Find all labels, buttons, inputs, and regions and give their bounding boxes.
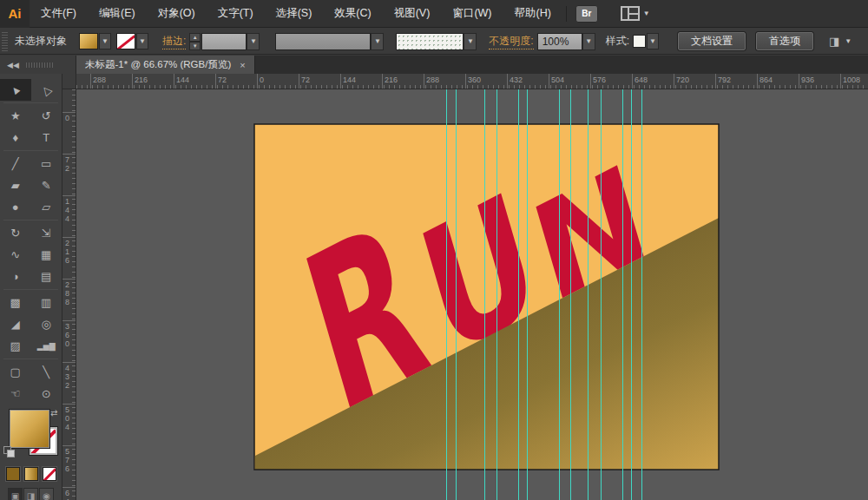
stroke-weight-arrow[interactable]: ▼: [247, 33, 260, 50]
vertical-guide[interactable]: [446, 89, 447, 500]
controlbar-grip[interactable]: [2, 32, 8, 51]
fill-dropdown-arrow[interactable]: ▼: [99, 33, 111, 49]
draw-mode-1[interactable]: ◨: [23, 488, 38, 500]
line-segment-tool[interactable]: ╱: [0, 153, 31, 174]
default-fill-stroke-icon[interactable]: [3, 446, 16, 458]
preferences-button[interactable]: 首选项: [756, 32, 813, 50]
vertical-guide[interactable]: [622, 89, 623, 500]
menu-item-8[interactable]: 帮助(H): [503, 0, 562, 28]
vertical-guide[interactable]: [456, 89, 457, 500]
width-tool[interactable]: ∿: [0, 244, 31, 266]
menu-item-2[interactable]: 对象(O): [147, 0, 207, 28]
opacity-value[interactable]: 100%: [537, 33, 582, 50]
stepper-down-icon[interactable]: ▼: [189, 42, 201, 50]
none-button[interactable]: [43, 467, 56, 481]
blend-tool[interactable]: ◎: [31, 313, 62, 335]
rotate-tool-icon: ↻: [10, 227, 20, 240]
vertical-guide[interactable]: [588, 89, 589, 500]
mesh-tool[interactable]: ▩: [0, 292, 31, 313]
menu-item-1[interactable]: 编辑(E): [88, 0, 147, 28]
vertical-guide[interactable]: [559, 89, 560, 500]
collapse-panel-icon[interactable]: ◀◀: [7, 61, 19, 69]
rotate-tool[interactable]: ↻: [0, 222, 31, 244]
color-button[interactable]: [6, 467, 20, 481]
fill-stroke-area: ⇄: [0, 408, 62, 464]
scale-tool[interactable]: ⇲: [31, 222, 62, 244]
lasso-tool[interactable]: ↺: [31, 105, 62, 127]
gradient-button[interactable]: [24, 467, 38, 481]
tools-panel-header[interactable]: ◀◀: [0, 56, 76, 74]
width-profile-arrow[interactable]: ▼: [464, 33, 477, 50]
eyedropper-tool[interactable]: ◢: [0, 313, 31, 335]
direct-selection-tool[interactable]: △: [31, 79, 62, 101]
stroke-dropdown-arrow[interactable]: ▼: [136, 33, 148, 49]
hruler-major-tick: [549, 74, 549, 89]
brush-definition-select[interactable]: [275, 33, 371, 50]
paintbrush-tool[interactable]: ▰: [0, 174, 31, 196]
draw-mode-0[interactable]: ▣: [8, 488, 23, 500]
stepper-up-icon[interactable]: ▲: [189, 33, 201, 42]
canvas-area[interactable]: R U N: [76, 89, 868, 500]
magic-wand-tool-icon: ★: [10, 109, 21, 122]
vruler-major-tick: [62, 362, 76, 363]
menu-item-6[interactable]: 视图(V): [383, 0, 442, 28]
swap-fill-stroke-icon[interactable]: ⇄: [50, 408, 57, 418]
fill-indicator[interactable]: [10, 410, 49, 448]
tab-close-icon[interactable]: ×: [240, 60, 245, 70]
vertical-ruler[interactable]: 07 21 4 42 1 62 8 83 6 04 3 25 0 45 7 66…: [62, 89, 76, 500]
opacity-arrow[interactable]: ▼: [582, 33, 595, 50]
gradient-tool[interactable]: ▥: [31, 292, 62, 313]
align-options-icon[interactable]: ◨: [829, 35, 839, 48]
hand-tool[interactable]: ☜: [0, 383, 31, 405]
rectangle-tool[interactable]: ▭: [31, 153, 62, 174]
eraser-tool[interactable]: ▱: [31, 196, 62, 218]
brush-definition-arrow[interactable]: ▼: [371, 33, 384, 50]
magic-wand-tool[interactable]: ★: [0, 105, 31, 127]
perspective-grid-tool[interactable]: ▤: [31, 266, 62, 287]
vertical-guide[interactable]: [570, 89, 571, 500]
vertical-guide[interactable]: [527, 89, 528, 500]
ruler-corner[interactable]: [62, 74, 76, 89]
zoom-tool[interactable]: ⊙: [31, 383, 62, 405]
slice-tool[interactable]: ╲: [31, 361, 62, 383]
draw-mode-2[interactable]: ◉: [39, 488, 54, 500]
menu-item-5[interactable]: 效果(C): [323, 0, 382, 28]
vertical-guide[interactable]: [641, 89, 642, 500]
stroke-color-swatch[interactable]: [116, 33, 135, 49]
vertical-guide[interactable]: [631, 89, 632, 500]
menu-item-0[interactable]: 文件(F): [30, 0, 88, 28]
stroke-weight-select[interactable]: [201, 33, 247, 50]
stroke-link[interactable]: 描边:: [162, 34, 186, 49]
blob-brush-tool[interactable]: ●: [0, 196, 31, 218]
fill-color-swatch[interactable]: [79, 33, 98, 49]
menu-item-3[interactable]: 文字(T): [207, 0, 265, 28]
style-dropdown-arrow[interactable]: ▼: [647, 33, 659, 49]
stroke-weight-stepper[interactable]: ▲ ▼: [189, 33, 201, 50]
selection-tool[interactable]: ▲: [0, 79, 31, 101]
document-setup-button[interactable]: 文档设置: [678, 32, 746, 50]
opacity-link[interactable]: 不透明度:: [489, 34, 533, 49]
pen-tool[interactable]: ♦: [0, 127, 31, 148]
vertical-guide[interactable]: [601, 89, 602, 500]
artboard-tool[interactable]: ▢: [0, 361, 31, 383]
symbol-sprayer-tool[interactable]: ▨: [0, 335, 31, 357]
type-tool[interactable]: T: [31, 127, 62, 148]
workspace-dropdown-arrow[interactable]: ▼: [643, 10, 650, 17]
shape-builder-tool[interactable]: ◑: [0, 266, 31, 287]
variable-width-profile[interactable]: [396, 33, 464, 50]
document-tab[interactable]: 未标题-1* @ 66.67% (RGB/预览) ×: [76, 56, 255, 74]
free-transform-tool[interactable]: ▦: [31, 244, 62, 266]
vertical-guide[interactable]: [496, 89, 497, 500]
workspace-switcher-icon[interactable]: [621, 6, 640, 21]
pencil-tool[interactable]: ✎: [31, 174, 62, 196]
align-options-arrow[interactable]: ▼: [845, 37, 852, 45]
vertical-guide[interactable]: [484, 89, 485, 500]
vertical-guide[interactable]: [518, 89, 519, 500]
style-swatch[interactable]: [633, 35, 646, 48]
menu-item-7[interactable]: 窗口(W): [441, 0, 503, 28]
menu-item-4[interactable]: 选择(S): [265, 0, 324, 28]
bridge-button[interactable]: Br: [575, 5, 598, 23]
hruler-major-tick: [465, 74, 466, 89]
column-graph-tool[interactable]: ▂▅▇: [31, 335, 62, 357]
horizontal-ruler[interactable]: 2882161447207214421628836043250457664872…: [76, 74, 868, 89]
